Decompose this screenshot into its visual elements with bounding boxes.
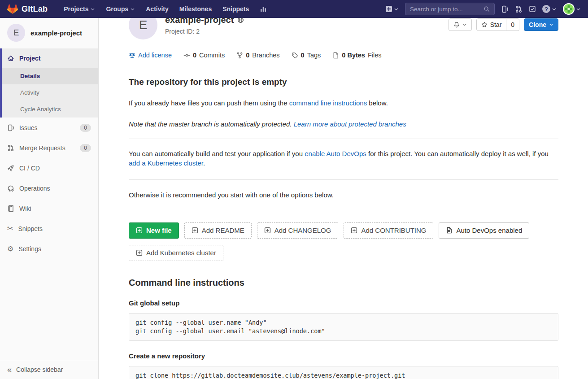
nav-projects[interactable]: Projects [59, 3, 100, 15]
logo-text: GitLab [22, 4, 48, 14]
tags-stat[interactable]: 0Tags [292, 52, 321, 59]
merge-requests-nav-button[interactable] [515, 5, 523, 13]
project-sidebar: E example-project Project Details Activi… [0, 18, 99, 379]
plus-square-icon [351, 227, 357, 234]
clone-button[interactable]: Clone [524, 18, 558, 31]
git-global-setup-heading: Git global setup [129, 299, 558, 307]
nav-snippets[interactable]: Snippets [218, 3, 253, 15]
search-icon [483, 6, 490, 12]
tanuki-icon [7, 4, 18, 14]
plus-square-icon [192, 227, 198, 234]
nav-activity[interactable]: Activity [141, 3, 173, 15]
quick-actions-row-2: Add Kubernetes cluster [129, 245, 558, 261]
star-button-group: Star 0 [476, 18, 519, 31]
create-repository-heading: Create a new repository [129, 352, 558, 360]
enable-auto-devops-link[interactable]: enable Auto DevOps [305, 150, 366, 157]
commits-stat[interactable]: 0Commits [183, 52, 225, 59]
nav-charts[interactable] [255, 3, 271, 15]
todos-nav-button[interactable] [529, 5, 536, 13]
document-text-icon [446, 227, 453, 234]
sidebar-item-project[interactable]: Project [2, 48, 98, 68]
star-button[interactable]: Star [476, 18, 507, 31]
cli-instructions-heading: Command line instructions [129, 278, 558, 288]
collapse-sidebar-button[interactable]: « Collapse sidebar [0, 360, 98, 379]
merge-request-icon [515, 5, 523, 13]
auto-devops-enabled-button[interactable]: Auto DevOps enabled [439, 222, 529, 239]
search-input[interactable] [410, 6, 483, 13]
mr-count-badge: 0 [80, 144, 91, 152]
document-icon [332, 52, 339, 59]
tag-icon [292, 52, 298, 59]
sidebar-item-ci-cd[interactable]: CI / CD [0, 158, 98, 178]
chevron-down-icon [576, 7, 581, 12]
add-readme-button[interactable]: Add README [184, 222, 252, 239]
scale-icon [129, 52, 135, 59]
plus-square-icon [136, 227, 143, 234]
gitlab-logo[interactable]: GitLab [7, 4, 48, 14]
chevron-down-icon [462, 22, 467, 27]
notification-setting-button[interactable] [449, 18, 472, 31]
sidebar-item-details[interactable]: Details [2, 68, 98, 84]
new-menu-button[interactable] [385, 5, 399, 13]
command-line-instructions-link[interactable]: command line instructions [289, 99, 367, 107]
scissors-icon: ✂ [7, 225, 13, 232]
git-global-setup-code: git config --global user.name "Andy" git… [129, 313, 558, 341]
sidebar-project-context[interactable]: E example-project [0, 18, 98, 48]
home-icon [7, 55, 14, 62]
sidebar-item-wiki[interactable]: Wiki [0, 198, 98, 218]
add-changelog-button[interactable]: Add CHANGELOG [257, 222, 339, 239]
chevron-down-icon [130, 7, 135, 12]
top-navbar: GitLab Projects Groups Activity Mileston… [0, 0, 588, 18]
commit-icon [183, 52, 190, 59]
plus-square-icon [264, 227, 271, 234]
chevron-down-icon [90, 7, 95, 12]
chevron-down-icon [394, 7, 399, 12]
sidebar-item-issues[interactable]: Issues 0 [0, 118, 98, 138]
sidebar-item-cycle-analytics[interactable]: Cycle Analytics [2, 101, 98, 118]
new-file-button[interactable]: New file [129, 222, 179, 239]
protected-branches-link[interactable]: Learn more about protected branches [294, 120, 406, 128]
merge-request-icon [7, 144, 14, 152]
add-license-link[interactable]: Add license [129, 52, 172, 59]
chevron-down-icon [552, 7, 557, 12]
global-search[interactable] [405, 3, 495, 15]
sidebar-section-project: Project Details Activity Cycle Analytics [0, 48, 98, 118]
star-count[interactable]: 0 [506, 18, 519, 31]
create-repository-code: git clone https://gitlab.docteamdemosite… [129, 366, 558, 379]
autodevops-text: You can automatically build and test you… [129, 149, 558, 169]
quick-actions-row: New file Add README Add CHANGELOG Add CO… [129, 222, 558, 239]
todo-icon [529, 5, 536, 13]
question-icon: ? [542, 5, 550, 13]
add-contributing-button[interactable]: Add CONTRIBUTING [344, 222, 433, 239]
branch-icon [236, 52, 243, 59]
nav-groups[interactable]: Groups [101, 3, 139, 15]
otherwise-text: Otherwise it is recommended you start wi… [129, 190, 558, 200]
files-stat[interactable]: 0 BytesFiles [332, 52, 381, 59]
sidebar-item-operations[interactable]: Operations [0, 178, 98, 198]
project-avatar-small: E [7, 24, 25, 42]
rocket-icon [7, 165, 14, 172]
add-kubernetes-cluster-link[interactable]: add a Kubernetes cluster [129, 159, 203, 167]
divider [129, 211, 558, 211]
nav-milestones[interactable]: Milestones [175, 3, 216, 15]
sidebar-item-settings[interactable]: ⚙ Settings [0, 239, 98, 259]
bell-icon [453, 22, 460, 28]
user-menu-button[interactable] [563, 3, 581, 15]
branches-stat[interactable]: 0Branches [236, 52, 279, 59]
avatar-identicon [563, 3, 575, 15]
sidebar-item-snippets[interactable]: ✂ Snippets [0, 218, 98, 239]
plus-square-icon [385, 5, 392, 13]
protected-branch-note: Note that the master branch is automatic… [129, 119, 558, 129]
wiki-icon [7, 205, 14, 212]
sidebar-project-name: example-project [30, 29, 82, 37]
sidebar-item-activity[interactable]: Activity [2, 84, 98, 101]
help-menu-button[interactable]: ? [542, 5, 557, 13]
issues-icon [501, 5, 509, 13]
sidebar-item-merge-requests[interactable]: Merge Requests 0 [0, 138, 98, 158]
add-kubernetes-cluster-button[interactable]: Add Kubernetes cluster [129, 245, 223, 261]
chevron-down-icon [549, 22, 553, 27]
issues-icon [7, 124, 14, 131]
project-stats: Add license 0Commits 0Branches 0Tags 0 B… [129, 52, 558, 59]
collapse-icon: « [7, 367, 12, 372]
issues-nav-button[interactable] [501, 5, 509, 13]
